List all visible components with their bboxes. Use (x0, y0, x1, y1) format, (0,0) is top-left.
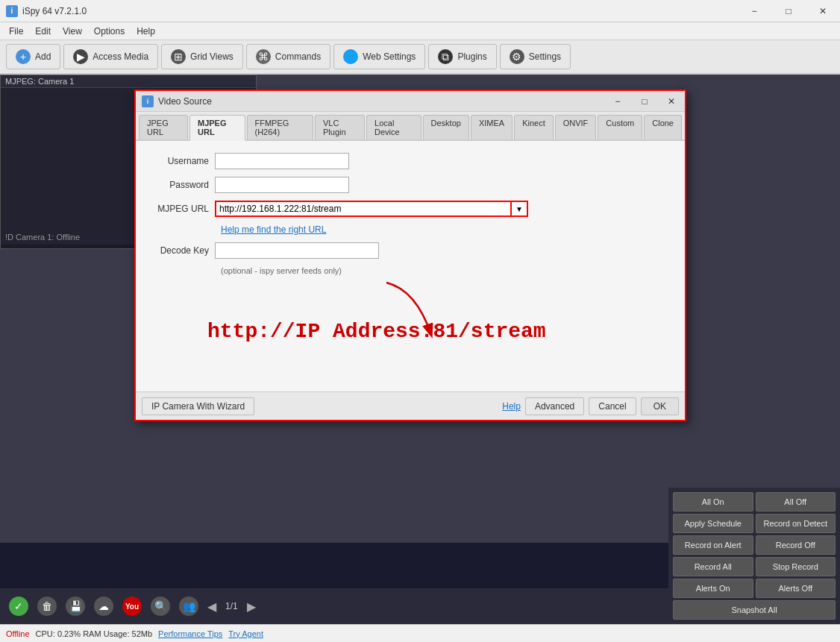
footer-help-link[interactable]: Help (502, 401, 521, 412)
status-bar: Offline CPU: 0.23% RAM Usage: 52Mb Perfo… (0, 624, 840, 642)
main-area: MJPEG: Camera 1 !D Camera 1: Offline i V… (0, 75, 840, 543)
record-off-button[interactable]: Record Off (756, 535, 836, 555)
cloud-icon[interactable]: ☁ (94, 597, 113, 616)
dialog-overlay: i Video Source − □ ✕ JPEG URL MJPEG URL … (0, 75, 840, 543)
status-offline: Offline (6, 629, 30, 638)
settings-button[interactable]: ⚙ Settings (500, 44, 571, 69)
dialog-title: Video Source (158, 96, 212, 107)
access-media-button[interactable]: ▶ Access Media (63, 44, 158, 69)
username-label: Username (148, 156, 215, 166)
tab-ffmpeg[interactable]: FFMPEG (H264) (247, 115, 314, 139)
decode-key-input[interactable] (215, 242, 379, 259)
dialog-body: Username Password MJPEG URL ▼ (136, 141, 685, 391)
tab-kinect[interactable]: Kinect (514, 115, 554, 139)
tab-desktop[interactable]: Desktop (423, 115, 469, 139)
dialog-close-button[interactable]: ✕ (658, 91, 685, 112)
decode-key-row: Decode Key (148, 242, 673, 259)
trash-icon[interactable]: 🗑 (37, 597, 57, 616)
right-panel: All On All Off Apply Schedule Record on … (668, 488, 840, 624)
ok-button[interactable]: OK (641, 397, 679, 415)
search-icon[interactable]: 🔍 (151, 597, 170, 616)
save-icon[interactable]: 💾 (66, 597, 85, 616)
password-input[interactable] (215, 177, 349, 193)
tab-ximea[interactable]: XIMEA (471, 115, 513, 139)
tab-local-device[interactable]: Local Device (366, 115, 421, 139)
add-icon: + (16, 49, 31, 64)
tab-clone[interactable]: Clone (644, 115, 682, 139)
record-on-detect-button[interactable]: Record on Detect (756, 514, 836, 533)
all-off-button[interactable]: All Off (756, 492, 836, 512)
menu-file[interactable]: File (3, 25, 29, 38)
dialog-footer: IP Camera With Wizard Help Advanced Canc… (136, 391, 685, 420)
dialog-maximize-button[interactable]: □ (631, 91, 658, 112)
youtube-icon[interactable]: You (122, 597, 142, 616)
performance-tips-link[interactable]: Performance Tips (158, 629, 222, 638)
alerts-off-button[interactable]: Alerts Off (756, 579, 836, 598)
commands-button[interactable]: ⌘ Commands (246, 44, 330, 69)
try-agent-link[interactable]: Try Agent (228, 629, 263, 638)
tab-mjpeg-url[interactable]: MJPEG URL (189, 115, 245, 141)
menu-bar: File Edit View Options Help (0, 22, 840, 40)
annotation-arrow (372, 275, 461, 350)
wizard-button[interactable]: IP Camera With Wizard (142, 397, 254, 415)
advanced-button[interactable]: Advanced (525, 397, 584, 415)
tab-onvif[interactable]: ONVIF (555, 115, 597, 139)
video-source-dialog: i Video Source − □ ✕ JPEG URL MJPEG URL … (134, 89, 686, 421)
web-icon: 🌐 (343, 49, 358, 64)
alerts-on-button[interactable]: Alerts On (673, 579, 753, 598)
menu-options[interactable]: Options (88, 25, 131, 38)
tab-vlc[interactable]: VLC Plugin (315, 115, 365, 139)
mjpeg-url-input[interactable] (215, 201, 512, 217)
tab-custom[interactable]: Custom (598, 115, 642, 139)
username-input[interactable] (215, 153, 349, 169)
help-link-row: Help me find the right URL (148, 224, 673, 235)
commands-icon: ⌘ (256, 49, 271, 64)
add-button[interactable]: + Add (6, 44, 60, 69)
mjpeg-url-row: MJPEG URL ▼ (148, 201, 673, 217)
window-controls: − □ ✕ (737, 0, 840, 22)
dialog-titlebar: i Video Source − □ ✕ (136, 91, 685, 112)
record-all-button[interactable]: Record All (673, 557, 753, 576)
footer-right: Help Advanced Cancel OK (502, 397, 679, 415)
username-row: Username (148, 153, 673, 169)
annotation-area: http://IP Address:81/stream (148, 275, 673, 380)
grid-icon: ⊞ (171, 49, 186, 64)
nav-counter: 1/1 (225, 601, 238, 611)
plugins-button[interactable]: ⧉ Plugins (428, 44, 496, 69)
title-bar: i iSpy 64 v7.2.1.0 − □ ✕ (0, 0, 840, 22)
close-button[interactable]: ✕ (806, 0, 840, 22)
record-on-alert-button[interactable]: Record on Alert (673, 535, 753, 555)
check-icon[interactable]: ✓ (9, 597, 28, 616)
url-dropdown-button[interactable]: ▼ (512, 201, 528, 217)
people-icon[interactable]: 👥 (179, 597, 198, 616)
password-label: Password (148, 180, 215, 190)
dialog-tabs: JPEG URL MJPEG URL FFMPEG (H264) VLC Plu… (136, 112, 685, 141)
plugins-icon: ⧉ (438, 49, 453, 64)
stop-record-button[interactable]: Stop Record (756, 557, 836, 576)
all-on-button[interactable]: All On (673, 492, 753, 512)
minimize-button[interactable]: − (737, 0, 771, 22)
decode-key-label: Decode Key (148, 245, 215, 256)
dialog-icon: i (142, 95, 154, 107)
dialog-minimize-button[interactable]: − (604, 91, 631, 112)
footer-left: IP Camera With Wizard (142, 397, 254, 415)
menu-help[interactable]: Help (131, 25, 161, 38)
nav-prev-button[interactable]: ◀ (207, 599, 216, 614)
grid-views-button[interactable]: ⊞ Grid Views (161, 44, 243, 69)
apply-schedule-button[interactable]: Apply Schedule (673, 514, 753, 533)
maximize-button[interactable]: □ (771, 0, 806, 22)
menu-edit[interactable]: Edit (29, 25, 57, 38)
bottom-bar: ✓ 🗑 💾 ☁ You 🔍 👥 ◀ 1/1 ▶ (0, 588, 668, 624)
decode-key-note: (optional - ispy server feeds only) (221, 266, 673, 275)
help-find-url-link[interactable]: Help me find the right URL (221, 224, 326, 235)
settings-icon: ⚙ (510, 49, 524, 64)
app-title: iSpy 64 v7.2.1.0 (22, 6, 87, 16)
snapshot-all-button[interactable]: Snapshot All (673, 600, 836, 620)
dialog-controls: − □ ✕ (604, 91, 685, 112)
web-settings-button[interactable]: 🌐 Web Settings (333, 44, 425, 69)
nav-next-button[interactable]: ▶ (247, 599, 256, 614)
url-dropdown: ▼ (215, 201, 528, 217)
tab-jpeg-url[interactable]: JPEG URL (139, 115, 188, 139)
cancel-button[interactable]: Cancel (589, 397, 636, 415)
menu-view[interactable]: View (57, 25, 88, 38)
